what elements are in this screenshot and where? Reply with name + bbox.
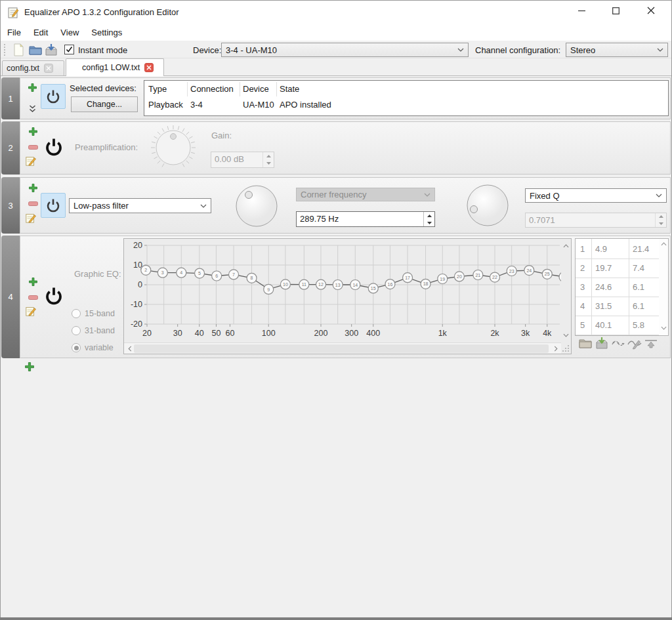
band-frequency-cell[interactable]: 31.5 [595,297,628,316]
eq-save-button[interactable] [595,336,609,350]
tab-close-button[interactable] [44,64,53,73]
eq-response-plot[interactable]: 20100-10-2020304050601002003004001k2k3k4… [124,239,561,342]
save-file-button[interactable] [44,43,58,57]
band-gain-cell[interactable]: 21.4 [633,240,659,259]
spin-down-button[interactable] [263,160,274,168]
minimize-button[interactable] [566,1,597,20]
eq-band-node[interactable]: 12 [316,279,326,289]
scroll-down-button[interactable] [562,331,570,339]
menu-edit[interactable]: Edit [28,25,54,40]
filter-row-1-handle[interactable]: 1 [1,77,20,119]
eq-band-node[interactable]: 25 [542,269,552,279]
eq-band-node[interactable]: 9 [264,284,274,294]
filter-power-toggle[interactable] [41,193,66,218]
remove-filter-button[interactable] [27,197,39,209]
open-file-button[interactable] [28,43,43,57]
add-filter-button[interactable] [27,276,39,287]
eq-smooth-response-button[interactable] [611,336,625,350]
resize-grip[interactable] [561,342,571,354]
eq-band-node[interactable]: 11 [299,279,309,289]
device-table-cell[interactable]: UA-M10 [243,98,274,114]
menu-file[interactable]: File [1,25,27,40]
edit-filter-button[interactable] [25,305,37,317]
menu-view[interactable]: View [54,25,85,40]
eq-band-node[interactable]: 3 [158,268,167,278]
corner-frequency-spinbox[interactable]: 289.75 Hz [296,211,435,227]
preamp-power-toggle[interactable] [42,135,66,159]
graphic-eq-chart[interactable]: 20100-10-2020304050601002003004001k2k3k4… [123,238,572,354]
band-gain-cell[interactable]: 6.1 [633,278,659,297]
toolbar-grip[interactable] [4,44,6,56]
scrollbar-thumb[interactable] [134,344,549,353]
add-filter-button[interactable] [27,182,39,194]
eq-band-node[interactable]: 16 [385,279,395,289]
tab-config1-low-txt[interactable]: config1 LOW.txt [66,58,164,76]
device-power-toggle[interactable] [41,84,66,109]
spin-up-button[interactable] [656,213,666,220]
maximize-button[interactable] [600,1,631,20]
edit-filter-button[interactable] [25,212,37,224]
device-table-cell[interactable]: 3-4 [190,98,203,114]
remove-filter-button[interactable] [27,141,39,153]
device-select[interactable]: 3-4 - UA-M10 [221,43,469,57]
scroll-up-button[interactable] [562,241,570,250]
spin-up-button[interactable] [263,152,274,160]
eq-band-node[interactable]: 17 [403,273,413,283]
filter-row-2-handle[interactable]: 2 [1,121,20,175]
eq-band-node[interactable]: 13 [333,280,343,290]
graphic-eq-power-toggle[interactable] [42,284,66,308]
eq-band-node[interactable]: 14 [350,280,360,290]
eq-band-node[interactable]: 23 [507,266,516,276]
gain-spinbox[interactable]: 0.00 dB [211,152,274,168]
scroll-right-button[interactable] [551,344,560,353]
frequency-parameter-select[interactable]: Corner frequency [296,188,435,201]
corner-frequency-knob[interactable] [235,184,278,228]
eq-band-node[interactable]: 24 [524,266,534,276]
eq-band-node[interactable]: 20 [454,272,464,281]
eq-band-node[interactable]: 22 [490,272,500,282]
radio-15-band[interactable]: 15-band [72,309,115,318]
filter-row-3-handle[interactable]: 3 [1,177,20,234]
filter-type-select[interactable]: Low-pass filter [69,198,211,213]
spin-up-button[interactable] [424,212,434,219]
add-filter-button[interactable] [27,125,39,137]
eq-band-node[interactable]: 15 [368,283,378,293]
filter-row-4-handle[interactable]: 4 [1,236,20,358]
scroll-up-button[interactable] [660,240,667,248]
channel-configuration-select[interactable]: Stereo [566,43,668,57]
device-list[interactable]: TypeConnectionDeviceStatePlayback3-4UA-M… [144,80,669,116]
band-frequency-cell[interactable]: 4.9 [595,240,628,259]
device-table-cell[interactable]: APO installed [280,98,331,114]
spin-down-button[interactable] [656,220,666,228]
eq-band-node[interactable]: 5 [195,268,205,278]
eq-normalize-button[interactable] [644,336,658,350]
remove-filter-button[interactable] [27,291,39,303]
preamp-gain-knob[interactable] [149,123,198,172]
tab-config-txt[interactable]: config.txt [2,60,64,76]
chart-horizontal-scrollbar[interactable] [124,342,561,354]
instant-mode-checkbox[interactable] [64,45,74,54]
collapse-row-button[interactable] [26,103,38,115]
spin-down-button[interactable] [424,219,434,226]
radio-variable[interactable]: variable [72,343,114,352]
close-button[interactable] [636,1,666,20]
edit-filter-button[interactable] [25,155,37,167]
eq-band-node[interactable]: 4 [177,268,186,278]
q-parameter-select[interactable]: Fixed Q [525,188,667,203]
eq-band-node[interactable]: 8 [247,273,257,283]
band-frequency-cell[interactable]: 24.6 [595,278,628,297]
append-filter-button[interactable] [24,361,35,373]
new-file-button[interactable] [11,43,26,57]
eq-band-node[interactable]: 19 [438,274,448,284]
eq-band-node[interactable]: 18 [421,279,430,289]
band-gain-cell[interactable]: 5.8 [633,316,659,335]
band-gain-cell[interactable]: 6.1 [633,297,659,316]
scroll-down-button[interactable] [660,324,667,332]
eq-band-node[interactable]: 10 [280,279,290,289]
change-device-button[interactable]: Change... [71,96,138,112]
device-table-cell[interactable]: Playback [148,98,183,114]
eq-band-node[interactable]: 6 [212,271,222,281]
eq-edit-curve-button[interactable] [627,336,642,350]
scroll-left-button[interactable] [125,344,134,353]
eq-band-node[interactable]: 21 [473,270,483,280]
